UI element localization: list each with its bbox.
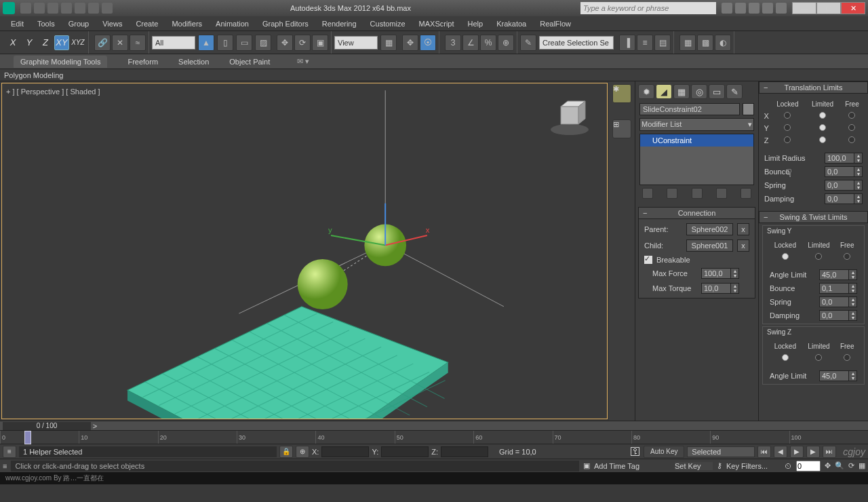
stack-remove-icon[interactable] [716,188,727,199]
maximize-button[interactable]: □ [816,2,841,14]
cmd-tab-display-icon[interactable]: ▭ [709,84,725,99]
menu-realflow[interactable]: RealFlow [540,20,571,28]
menu-create[interactable]: Create [136,20,158,28]
snap-percent-icon[interactable]: % [480,35,496,51]
swingz-free-radio[interactable] [844,354,850,361]
axis-z-button[interactable]: Z [38,35,53,50]
axis-x-button[interactable]: X [5,35,20,50]
qat-icon[interactable] [34,3,45,14]
menu-help[interactable]: Help [468,20,484,28]
unlink-icon[interactable]: ✕ [112,35,128,51]
angle-y-input[interactable] [819,269,849,280]
close-button[interactable]: ✕ [841,2,865,14]
select-name-button[interactable]: ▯ [217,35,233,51]
material-editor-icon[interactable]: ◐ [715,35,731,51]
z-free-radio[interactable] [848,136,855,143]
parent-clear-button[interactable]: x [737,223,749,235]
y-locked-radio[interactable] [784,124,791,131]
ribbon-tab-freeform[interactable]: Freeform [127,58,158,66]
snap-3-icon[interactable]: 3 [445,35,461,51]
select-window-icon[interactable]: ▨ [255,35,271,51]
child-pick-button[interactable]: Sphere001 [686,239,733,252]
schematic-icon[interactable]: ▩ [697,35,713,51]
rtool-icon[interactable]: ⊞ [612,119,631,138]
menu-customize[interactable]: Customize [370,20,406,28]
key-icon[interactable]: ⚷ [717,461,722,470]
qat-icon[interactable] [47,3,58,14]
infocenter-icon[interactable] [722,3,732,14]
select-object-button[interactable]: ▲ [198,35,214,51]
time-head-icon[interactable] [24,431,31,444]
rollout-toggle-icon[interactable]: − [764,83,768,92]
bounce-y-input[interactable] [819,283,849,294]
qat-icon[interactable] [61,3,72,14]
qat-icon[interactable] [102,3,113,14]
y-limited-radio[interactable] [819,124,826,131]
ribbon-tab-selection[interactable]: Selection [178,58,209,66]
object-color-swatch[interactable] [743,103,754,115]
swingz-limited-radio[interactable] [815,354,822,361]
time-slider-arrow-icon[interactable]: > [91,422,99,430]
cmd-tab-motion-icon[interactable]: ◎ [691,84,707,99]
limitradius-input[interactable] [825,153,854,163]
stack-show-icon[interactable] [667,188,677,199]
spacewarp-icon[interactable]: ≈ [130,35,146,51]
mirror-icon[interactable]: ▐ [619,35,635,51]
script-listener-icon[interactable]: ≡ [3,446,16,458]
axis-y-button[interactable]: Y [22,35,37,50]
coord-mode-icon[interactable]: ⊕ [296,446,309,458]
z-input[interactable] [441,446,488,457]
spinner-arrows-icon[interactable]: ▴▾ [854,153,863,163]
timetag-icon[interactable]: ▣ [583,461,590,470]
time-config-icon[interactable]: ⏲ [785,462,792,470]
damping-y-input[interactable] [819,310,849,321]
y-input[interactable] [381,446,429,457]
modifier-stack-item[interactable]: UConstraint [640,134,753,147]
layers-icon[interactable]: ▤ [654,35,671,51]
spring-input[interactable] [825,180,854,191]
ribbon-envelope-icon[interactable]: ✉ ▾ [297,57,309,66]
key-filter-dropdown[interactable]: Selected [687,446,755,457]
ref-coord-dropdown[interactable]: View [334,36,378,50]
z-limited-radio[interactable] [819,136,826,143]
menu-animation[interactable]: Animation [216,20,249,28]
manip-icon[interactable]: ✥ [402,35,418,51]
listener-toggle-icon[interactable]: ≡ [3,462,7,470]
swingy-locked-radio[interactable] [782,253,789,260]
stack-config-icon[interactable] [741,188,751,199]
play-icon[interactable]: ▶ [790,446,804,458]
curve-editor-icon[interactable]: ▦ [679,35,696,51]
prev-frame-icon[interactable]: ◀ [774,446,787,458]
next-frame-icon[interactable]: ▶ [806,446,820,458]
menu-rendering[interactable]: Rendering [322,20,357,28]
infocenter-icon[interactable] [762,3,773,14]
infocenter-icon[interactable] [749,3,760,14]
nav-pan-icon[interactable]: ✥ [825,461,831,470]
minimize-button[interactable]: — [792,2,816,14]
snap-spinner-icon[interactable]: ⊕ [498,35,514,51]
snap-angle-icon[interactable]: ∠ [462,35,479,51]
swingz-locked-radio[interactable] [782,354,789,361]
menu-tools[interactable]: Tools [37,20,55,28]
qat-icon[interactable] [88,3,99,14]
key-mode-icon[interactable]: ⦿ [420,35,436,51]
goto-end-icon[interactable]: ⏭ [823,446,836,458]
search-input[interactable] [580,2,716,14]
rotate-icon[interactable]: ⟳ [294,35,311,51]
x-free-radio[interactable] [848,112,855,119]
select-rect-icon[interactable]: ▭ [236,35,252,51]
ribbon-tab-objectpaint[interactable]: Object Paint [229,58,270,66]
axis-xy-button[interactable]: XY [54,35,69,50]
setkey-button[interactable]: Set Key [675,462,713,470]
z-locked-radio[interactable] [784,136,791,143]
bounce-input[interactable] [825,166,854,177]
scale-icon[interactable]: ▣ [312,35,328,51]
viewport-perspective[interactable]: + ] [ Perspective ] [ Shaded ] [1,83,608,419]
spinner-arrows-icon[interactable]: ▴▾ [849,370,857,381]
qat-icon[interactable] [20,3,31,14]
angle-z-input[interactable] [819,370,849,381]
modifier-list-dropdown[interactable]: Modifier List▾ [639,118,754,131]
menu-group[interactable]: Group [68,20,90,28]
infocenter-icon[interactable] [735,3,746,14]
menu-modifiers[interactable]: Modifiers [172,20,202,28]
